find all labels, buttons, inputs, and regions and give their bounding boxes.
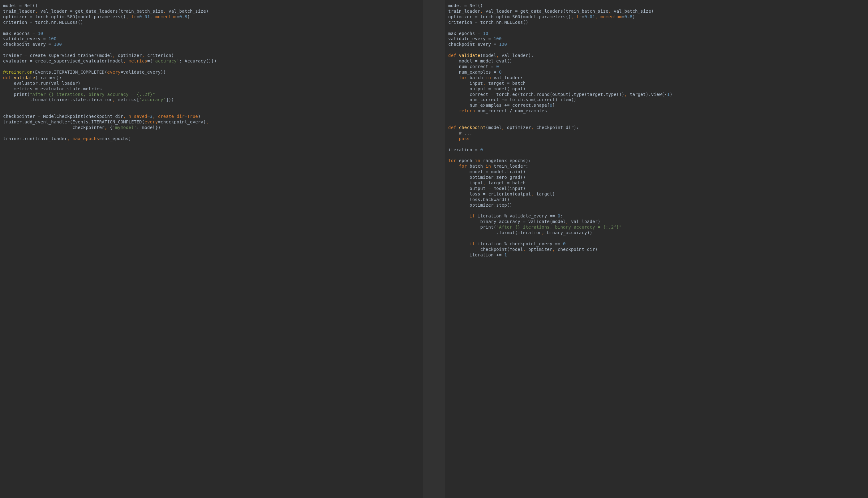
code-line: output = model(input) [448, 86, 526, 91]
code-line: checkpoint_every = 100 [448, 42, 507, 47]
code-line: for epoch in range(max_epochs): [448, 158, 531, 163]
code-line: input, target = batch [448, 180, 526, 185]
code-line: optimizer = torch.optim.SGD(model.parame… [3, 14, 190, 19]
code-line: model = model.eval() [448, 58, 512, 63]
code-line: criterion = torch.nn.NLLLoss() [448, 20, 528, 25]
code-line: def validate(trainer): [3, 75, 62, 80]
code-line: print("After {} iterations, binary accur… [3, 92, 155, 97]
code-line: correct = torch.eq(torch.round(output).t… [448, 92, 672, 97]
code-line: output = model(input) [448, 186, 526, 191]
code-line: for batch in train_loader: [448, 163, 528, 169]
code-line: .format(iteration, binary_accuracy)) [448, 230, 592, 235]
code-line: evaluator = create_supervised_evaluator(… [3, 58, 216, 63]
code-line: validate_every = 100 [3, 36, 57, 41]
code-line: loss.backward() [448, 197, 510, 202]
code-line: checkpointer, {'mymodel': model}) [3, 125, 160, 130]
code-line: metrics = evaluator.state.metrics [3, 86, 102, 91]
code-line: iteration += 1 [448, 252, 507, 257]
code-line: trainer.add_event_handler(Events.ITERATI… [3, 119, 209, 124]
right-code-pane[interactable]: model = Net() train_loader, val_loader =… [445, 0, 868, 498]
code-line: return num_correct / num_examples [448, 108, 547, 113]
left-code-pane[interactable]: model = Net() train_loader, val_loader =… [0, 0, 423, 498]
code-line: max_epochs = 10 [3, 31, 43, 36]
split-gutter[interactable] [423, 0, 445, 498]
code-line: pass [448, 136, 470, 141]
code-line: train_loader, val_loader = get_data_load… [3, 9, 209, 14]
code-line: max_epochs = 10 [448, 31, 488, 36]
code-line: loss = criterion(output, target) [448, 192, 555, 196]
code-line: optimizer = torch.optim.SGD(model.parame… [448, 14, 635, 19]
code-line: model = Net() [3, 3, 38, 8]
code-line: criterion = torch.nn.NLLLoss() [3, 20, 83, 25]
code-line: if iteration % checkpoint_every == 0: [448, 241, 568, 246]
code-line: .format(trainer.state.iteration, metrics… [3, 97, 174, 102]
code-line: for batch in val_loader: [448, 75, 523, 80]
code-line: optimizer.step() [448, 202, 512, 208]
code-line: @trainer.on(Events.ITERATION_COMPLETED(e… [3, 69, 166, 75]
code-line: binary_accuracy = validate(model, val_lo… [448, 219, 601, 224]
code-line: num_examples += correct.shape[0] [448, 103, 555, 108]
code-line: checkpoint_every = 100 [3, 42, 62, 47]
code-line: num_correct = 0 [448, 64, 499, 69]
code-line: checkpointer = ModelCheckpoint(checkpoin… [3, 114, 201, 119]
code-line: def validate(model, val_loader): [448, 53, 534, 58]
code-line: print("After {} iterations, binary accur… [448, 225, 622, 230]
code-line: def checkpoint(model, optimizer, checkpo… [448, 125, 579, 130]
code-line: trainer.run(train_loader, max_epochs=max… [3, 136, 131, 141]
code-line: train_loader, val_loader = get_data_load… [448, 9, 654, 14]
code-line: if iteration % validate_every == 0: [448, 213, 563, 218]
code-line: model = model.train() [448, 169, 526, 174]
code-line: checkpoint(model, optimizer, checkpoint_… [448, 247, 597, 252]
code-line: # ... [448, 131, 472, 135]
code-line: trainer = create_supervised_trainer(mode… [3, 53, 174, 58]
code-line: optimizer.zero_grad() [448, 175, 526, 180]
code-line: iteration = 0 [448, 147, 483, 152]
code-line: validate_every = 100 [448, 36, 502, 41]
code-line: num_correct += torch.sum(correct).item() [448, 97, 576, 102]
code-line: evaluator.run(val_loader) [3, 81, 80, 86]
code-line: input, target = batch [448, 81, 526, 86]
code-line: num_examples = 0 [448, 69, 502, 75]
code-line: model = Net() [448, 3, 483, 8]
